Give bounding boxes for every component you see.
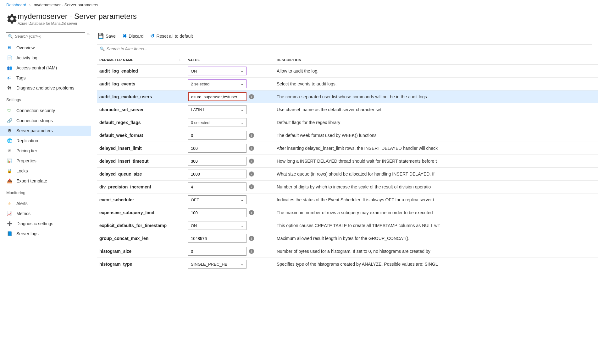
param-dropdown[interactable]: SINGLE_PREC_HB⌄ xyxy=(188,260,246,269)
sidebar-item-conn-security[interactable]: 🛡Connection security xyxy=(0,106,91,116)
sidebar-item-locks[interactable]: 🔒Locks xyxy=(0,166,91,176)
dropdown-value: LATIN1 xyxy=(191,107,204,112)
param-text[interactable] xyxy=(188,131,246,140)
breadcrumb-current: mydemoserver - Server parameters xyxy=(34,3,98,7)
search-icon: 🔍 xyxy=(100,46,105,51)
info-icon[interactable]: i xyxy=(249,236,254,241)
col-header-description[interactable]: DESCRIPTION xyxy=(277,58,598,62)
param-name: delayed_insert_limit xyxy=(97,146,188,151)
info-icon[interactable]: i xyxy=(249,94,254,99)
info-icon[interactable]: i xyxy=(249,249,254,254)
table-row: explicit_defaults_for_timestampON⌄This o… xyxy=(97,219,598,232)
col-header-value[interactable]: VALUE xyxy=(188,58,277,62)
param-dropdown[interactable]: 2 selected⌄ xyxy=(188,79,246,88)
param-name: explicit_defaults_for_timestamp xyxy=(97,223,188,228)
sidebar-item-metrics[interactable]: 📈Metrics xyxy=(0,209,91,219)
info-icon[interactable]: i xyxy=(249,184,254,189)
info-icon[interactable]: i xyxy=(249,159,254,164)
sidebar-item-export[interactable]: 📤Export template xyxy=(0,176,91,186)
param-input[interactable] xyxy=(191,249,244,254)
dropdown-value: ON xyxy=(191,69,197,73)
dropdown-value: 2 selected xyxy=(191,82,209,86)
breadcrumb-dashboard[interactable]: Dashboard xyxy=(6,3,26,7)
sidebar-item-alerts[interactable]: ⚠Alerts xyxy=(0,198,91,209)
table-row: character_set_serverLATIN1⌄Use charset_n… xyxy=(97,103,598,116)
param-name: audit_log_events xyxy=(97,81,188,86)
sort-icon[interactable]: ↑↓ xyxy=(178,58,182,62)
param-dropdown[interactable]: ON⌄ xyxy=(188,221,246,230)
param-text[interactable] xyxy=(188,208,246,217)
section-monitoring: Monitoring xyxy=(0,186,91,197)
param-name: character_set_server xyxy=(97,107,188,112)
dropdown-value: 0 selected xyxy=(191,120,209,125)
breadcrumb-separator-icon: › xyxy=(29,3,30,7)
param-input[interactable] xyxy=(191,159,244,164)
param-text[interactable] xyxy=(188,234,246,243)
param-input[interactable] xyxy=(191,236,244,241)
diagnose-icon: 🛠 xyxy=(6,85,13,90)
param-text[interactable] xyxy=(188,92,246,101)
sidebar-item-iam[interactable]: 👥Access control (IAM) xyxy=(0,63,91,73)
overview-icon: 🖥 xyxy=(6,45,13,50)
param-dropdown[interactable]: OFF⌄ xyxy=(188,195,246,204)
param-description: Default flags for the regex library xyxy=(277,120,598,125)
table-row: audit_log_events2 selected⌄Select the ev… xyxy=(97,77,598,90)
sidebar-item-server-logs[interactable]: 📘Server logs xyxy=(0,229,91,239)
sidebar-item-activity-log[interactable]: 📄Activity log xyxy=(0,53,91,63)
discard-button[interactable]: ✖Discard xyxy=(123,33,143,39)
locks-icon: 🔒 xyxy=(6,168,13,173)
sidebar-item-label: Export template xyxy=(16,178,47,183)
param-input[interactable] xyxy=(191,146,244,151)
param-input[interactable] xyxy=(191,210,244,215)
sidebar-search-input[interactable] xyxy=(15,34,83,39)
info-icon[interactable]: i xyxy=(249,146,254,151)
info-icon[interactable]: i xyxy=(249,171,254,177)
col-header-name[interactable]: PARAMETER NAME↑↓ xyxy=(97,58,188,62)
param-dropdown[interactable]: ON⌄ xyxy=(188,67,246,75)
export-icon: 📤 xyxy=(6,178,13,183)
param-text[interactable] xyxy=(188,157,246,166)
param-name: audit_log_enabled xyxy=(97,68,188,73)
collapse-sidebar-icon[interactable]: « xyxy=(87,31,90,36)
param-description: Number of digits by which to increase th… xyxy=(277,184,598,189)
param-input[interactable] xyxy=(191,185,244,189)
table-row: delayed_insert_limitiAfter inserting del… xyxy=(97,142,598,155)
param-text[interactable] xyxy=(188,170,246,178)
sidebar-item-properties[interactable]: 📊Properties xyxy=(0,156,91,166)
replication-icon: 🌐 xyxy=(6,138,13,143)
filter-input[interactable] xyxy=(107,46,590,51)
sidebar-item-replication[interactable]: 🌐Replication xyxy=(0,136,91,146)
param-text[interactable] xyxy=(188,182,246,191)
param-dropdown[interactable]: LATIN1⌄ xyxy=(188,105,246,114)
table-row: audit_log_enabledON⌄Allow to audit the l… xyxy=(97,64,598,77)
param-name: expensive_subquery_limit xyxy=(97,210,188,215)
parameters-table: PARAMETER NAME↑↓ VALUE DESCRIPTION audit… xyxy=(91,56,598,364)
param-name: event_scheduler xyxy=(97,197,188,202)
param-text[interactable] xyxy=(188,144,246,153)
sidebar-item-overview[interactable]: 🖥Overview xyxy=(0,43,91,53)
table-row: audit_log_exclude_usersiThe comma-separa… xyxy=(97,90,598,103)
sidebar-item-tags[interactable]: 🏷Tags xyxy=(0,73,91,83)
filter-box[interactable]: 🔍 xyxy=(97,45,592,53)
param-description: Number of bytes used for a histogram. If… xyxy=(277,249,598,254)
param-input[interactable] xyxy=(191,95,243,99)
param-description: Indicates the status of the Event Schedu… xyxy=(277,197,598,202)
discard-icon: ✖ xyxy=(123,33,127,39)
sidebar-search[interactable]: 🔍 xyxy=(6,32,85,40)
param-input[interactable] xyxy=(191,172,244,177)
param-description: This option causes CREATE TABLE to creat… xyxy=(277,223,598,228)
info-icon[interactable]: i xyxy=(249,133,254,138)
sidebar-item-conn-strings[interactable]: 🔗Connection strings xyxy=(0,116,91,126)
sidebar-item-diagnose[interactable]: 🛠Diagnose and solve problems xyxy=(0,83,91,93)
param-input[interactable] xyxy=(191,133,244,138)
sidebar-item-server-params[interactable]: ⚙Server parameters xyxy=(0,126,91,136)
chevron-down-icon: ⌄ xyxy=(241,120,244,125)
sidebar-item-diag-settings[interactable]: ➕Diagnostic settings xyxy=(0,219,91,229)
info-icon[interactable]: i xyxy=(249,210,254,215)
save-button[interactable]: 💾Save xyxy=(97,33,116,39)
reset-button[interactable]: ↺Reset all to default xyxy=(150,33,193,39)
param-text[interactable] xyxy=(188,247,246,256)
sidebar-item-pricing[interactable]: ✳Pricing tier xyxy=(0,146,91,156)
param-dropdown[interactable]: 0 selected⌄ xyxy=(188,118,246,127)
server-logs-icon: 📘 xyxy=(6,231,13,236)
